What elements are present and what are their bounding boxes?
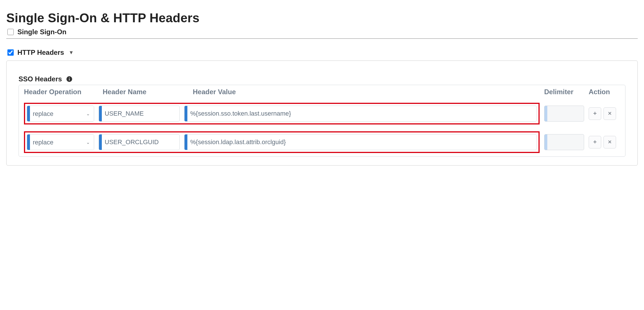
remove-row-button[interactable] — [604, 136, 616, 148]
col-header-action: Action — [589, 88, 620, 96]
sso-toggle-row: Single Sign-On — [6, 28, 638, 36]
operation-select-wrap: replace ⌄ — [27, 106, 94, 122]
header-value-wrap — [184, 134, 537, 150]
field-accent — [544, 106, 547, 121]
add-row-button[interactable] — [589, 136, 601, 148]
sso-checkbox[interactable] — [7, 29, 14, 35]
operation-select-wrap: replace ⌄ — [27, 134, 94, 150]
table-header-row: Header Operation Header Name Header Valu… — [19, 85, 625, 99]
field-accent — [544, 134, 547, 150]
sso-headers-table: Header Operation Header Name Header Valu… — [19, 85, 625, 157]
field-accent — [185, 106, 187, 121]
svg-rect-1 — [69, 78, 70, 80]
row-highlight: replace ⌄ — [24, 103, 540, 124]
plus-icon — [592, 111, 598, 117]
sso-toggle-label: Single Sign-On — [17, 28, 66, 36]
delimiter-input[interactable] — [547, 106, 584, 121]
delimiter-input[interactable] — [547, 134, 584, 150]
col-header-name: Header Name — [103, 88, 188, 96]
caret-down-icon[interactable]: ▼ — [69, 50, 74, 56]
header-name-input[interactable] — [102, 106, 179, 121]
page-title: Single Sign-On & HTTP Headers — [6, 11, 638, 25]
operation-select[interactable]: replace — [30, 106, 94, 121]
field-accent — [99, 106, 102, 121]
svg-rect-2 — [69, 77, 70, 78]
header-value-input[interactable] — [187, 134, 536, 150]
delimiter-wrap — [544, 134, 584, 150]
close-icon — [607, 139, 612, 145]
col-header-delimiter: Delimiter — [544, 88, 584, 96]
http-headers-toggle-row: HTTP Headers ▼ — [6, 49, 638, 57]
http-headers-checkbox[interactable] — [7, 49, 14, 56]
header-value-input[interactable] — [187, 106, 536, 121]
sso-headers-label: SSO Headers — [19, 75, 62, 83]
field-accent — [27, 106, 30, 121]
add-row-button[interactable] — [589, 107, 601, 120]
page-root: Single Sign-On & HTTP Headers Single Sig… — [0, 0, 644, 174]
info-icon[interactable] — [66, 76, 73, 82]
close-icon — [607, 111, 612, 117]
col-header-value: Header Value — [193, 88, 540, 96]
field-accent — [99, 134, 102, 150]
row-actions — [589, 107, 620, 120]
header-name-wrap — [99, 106, 180, 122]
field-accent — [27, 134, 30, 150]
sso-headers-heading: SSO Headers — [19, 75, 625, 83]
remove-row-button[interactable] — [604, 107, 616, 120]
field-accent — [185, 134, 187, 150]
header-name-wrap — [99, 134, 180, 150]
table-row: replace ⌄ — [19, 128, 625, 156]
table-row: replace ⌄ — [19, 99, 625, 128]
http-headers-panel: SSO Headers Header Operation Header Name… — [6, 61, 638, 166]
plus-icon — [592, 139, 598, 145]
row-highlight: replace ⌄ — [24, 131, 540, 153]
delimiter-wrap — [544, 106, 584, 122]
header-name-input[interactable] — [102, 134, 179, 150]
operation-select[interactable]: replace — [30, 134, 94, 150]
section-divider — [6, 38, 638, 39]
col-header-operation: Header Operation — [24, 88, 98, 96]
http-headers-toggle-label: HTTP Headers — [17, 49, 64, 57]
header-value-wrap — [184, 106, 537, 122]
row-actions — [589, 136, 620, 148]
